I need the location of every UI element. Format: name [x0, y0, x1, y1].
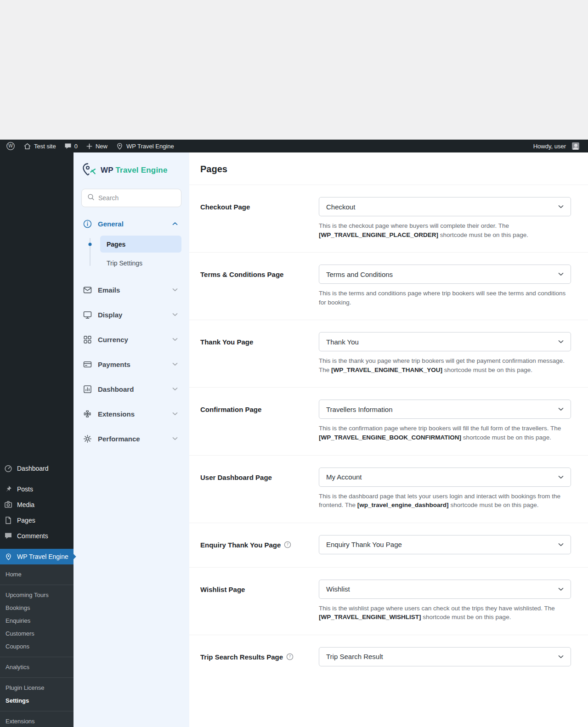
plugin-menu-label: Currency: [98, 336, 167, 344]
chevron-down-icon: [558, 475, 564, 479]
mail-icon: [82, 285, 92, 295]
page-top-background: [0, 0, 588, 140]
comment-icon: [64, 142, 72, 150]
settings-list: Checkout PageCheckoutThis is the checkou…: [189, 185, 588, 679]
wp-menu-item-comments[interactable]: Comments: [0, 528, 74, 544]
plugin-menu-extensions[interactable]: Extensions: [81, 405, 181, 423]
chevron-down-icon: [558, 340, 564, 344]
wp-submenu-item-analytics[interactable]: Analytics: [0, 661, 74, 674]
avatar: [572, 142, 579, 150]
main-header: Pages: [189, 152, 588, 185]
user-dashboard-page-select[interactable]: My Account: [319, 468, 571, 487]
plugin-menu-display[interactable]: Display: [81, 305, 181, 324]
wishlist-page-select[interactable]: Wishlist: [319, 580, 571, 599]
wp-submenu-item-home[interactable]: Home: [0, 568, 74, 581]
wp-submenu-item-plugin-license[interactable]: Plugin License: [0, 682, 74, 694]
select-value: Thank You: [326, 338, 359, 346]
wp-submenu: HomeUpcoming ToursBookingsEnquiriesCusto…: [0, 564, 74, 727]
admin-bar-left: WTest site0NewWP Travel Engine: [2, 140, 178, 152]
svg-text:?: ?: [289, 654, 291, 659]
admin-bar-right: Howdy, user: [529, 140, 583, 152]
setting-field-col: Travellers InformationThis is the confir…: [319, 400, 571, 442]
terms-conditions-page-select[interactable]: Terms and Conditions: [319, 265, 571, 284]
wp-menu-item-wp-travel-engine[interactable]: WP Travel Engine: [0, 549, 74, 564]
chevron-down-icon: [558, 205, 564, 209]
setting-label-col: Wishlist Page: [200, 580, 319, 622]
setting-row-wishlist-page: Wishlist PageWishlistThis is the wishlis…: [189, 568, 588, 635]
plugin-submenu-pages[interactable]: Pages: [100, 236, 181, 253]
chevron-down-icon: [558, 655, 564, 659]
wp-submenu-item-upcoming-tours[interactable]: Upcoming Tours: [0, 589, 74, 602]
wpte-pin-icon: [4, 552, 13, 561]
chevron-down-icon: [172, 412, 180, 416]
setting-label-col: Thank You Page: [200, 332, 319, 374]
setting-label: Confirmation Page: [200, 405, 261, 414]
wp-menu-item-dashboard[interactable]: Dashboard: [0, 461, 74, 476]
plugin-menu: GeneralPagesTrip SettingsEmailsDisplayCu…: [81, 214, 181, 448]
help-icon: ?: [286, 653, 294, 660]
wp-submenu-item-coupons[interactable]: Coupons: [0, 640, 74, 653]
setting-row-checkout-page: Checkout PageCheckoutThis is the checkou…: [189, 185, 588, 253]
select-value: Terms and Conditions: [326, 271, 393, 278]
setting-row-enquiry-thank-you-page: Enquiry Thank You Page?Enquiry Thank You…: [189, 523, 588, 568]
wp-menu-item-label: Dashboard: [17, 465, 49, 472]
wp-submenu-item-enquiries[interactable]: Enquiries: [0, 614, 74, 627]
plugin-menu-payments[interactable]: Payments: [81, 355, 181, 373]
setting-label: Terms & Conditions Page: [200, 270, 283, 279]
setting-label: Wishlist Page: [200, 585, 245, 594]
wp-menu-item-label: Media: [17, 501, 34, 508]
select-value: Wishlist: [326, 585, 350, 593]
setting-row-user-dashboard-page: User Dashboard PageMy AccountThis is the…: [189, 456, 588, 523]
setting-label: Trip Search Results Page: [200, 653, 283, 662]
page-title: Pages: [200, 164, 577, 175]
wp-menu-item-media[interactable]: Media: [0, 497, 74, 513]
plugin-menu-performance[interactable]: Performance: [81, 429, 181, 448]
wp-submenu-item-extensions[interactable]: Extensions: [0, 715, 74, 727]
comments-icon: [4, 531, 13, 541]
chevron-down-icon: [172, 387, 180, 391]
wpte-pin-icon: [116, 142, 124, 150]
toolbar-new[interactable]: New: [82, 140, 112, 152]
wp-submenu-item-bookings[interactable]: Bookings: [0, 602, 74, 614]
toolbar-wp-logo[interactable]: W: [2, 140, 19, 152]
thank-you-page-select[interactable]: Thank You: [319, 332, 571, 351]
wp-menu-item-posts[interactable]: Posts: [0, 481, 74, 497]
trip-search-results-page-select[interactable]: Trip Search Result: [319, 647, 571, 666]
setting-description: This is the terms and conditions page wh…: [319, 289, 571, 307]
toolbar-wp-travel-engine-label: WP Travel Engine: [126, 143, 174, 150]
toolbar-0[interactable]: 0: [60, 140, 82, 152]
toolbar-wp-travel-engine[interactable]: WP Travel Engine: [112, 140, 178, 152]
puzzle-icon: [82, 409, 92, 419]
setting-description: This is the wishlist page where users ca…: [319, 604, 571, 622]
search-input[interactable]: [98, 194, 175, 202]
plugin-menu-emails[interactable]: Emails: [81, 281, 181, 299]
wp-submenu-item-settings[interactable]: Settings: [0, 694, 74, 707]
help-icon: ?: [284, 541, 291, 548]
plugin-menu-currency[interactable]: Currency: [81, 330, 181, 349]
submenu-separator: [0, 677, 74, 678]
plugin-submenu-trip-settings[interactable]: Trip Settings: [100, 254, 181, 271]
submenu-separator: [0, 585, 74, 585]
admin-bar: WTest site0NewWP Travel Engine Howdy, us…: [0, 140, 588, 152]
confirmation-page-select[interactable]: Travellers Information: [319, 400, 571, 419]
wp-menu-item-label: Pages: [17, 517, 35, 524]
setting-label-col: Confirmation Page: [200, 400, 319, 442]
wp-submenu-item-customers[interactable]: Customers: [0, 627, 74, 640]
menu-separator: [0, 544, 74, 549]
wp-menu-item-label: WP Travel Engine: [17, 553, 68, 560]
plugin-menu-dashboard[interactable]: Dashboard: [81, 380, 181, 398]
chevron-down-icon: [558, 543, 564, 547]
enquiry-thank-you-page-select[interactable]: Enquiry Thank You Page: [319, 535, 571, 554]
plugin-menu-general[interactable]: General: [81, 214, 181, 233]
pin-icon: [4, 485, 13, 494]
wp-menu-item-pages[interactable]: Pages: [0, 513, 74, 528]
toolbar-test-site[interactable]: Test site: [19, 140, 60, 152]
wp-menu-item-label: Posts: [17, 485, 33, 493]
checkout-page-select[interactable]: Checkout: [319, 197, 571, 216]
account-menu[interactable]: Howdy, user: [529, 140, 583, 152]
setting-row-terms-conditions-page: Terms & Conditions PageTerms and Conditi…: [189, 253, 588, 320]
main-content: Pages Checkout PageCheckoutThis is the c…: [189, 152, 588, 727]
plugin-menu-label: Performance: [98, 435, 167, 443]
setting-field-col: My AccountThis is the dashboard page tha…: [319, 468, 571, 510]
select-value: Enquiry Thank You Page: [326, 541, 402, 548]
